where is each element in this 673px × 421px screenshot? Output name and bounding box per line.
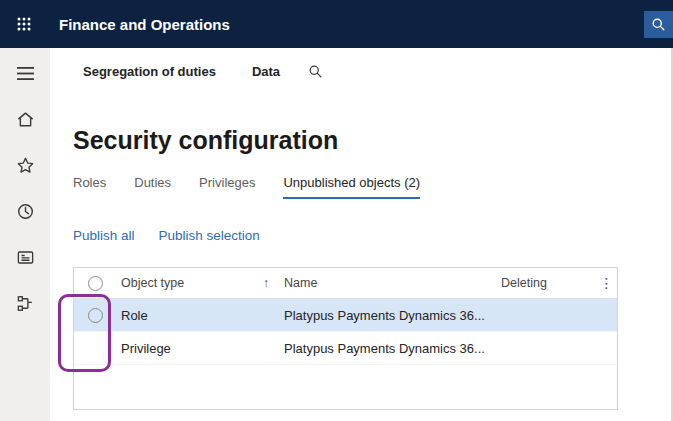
home-icon [16,110,35,129]
news-icon [16,248,35,267]
unpublished-objects-grid: Object type ↑ Name Deleting ⋮ [73,267,618,410]
column-label-object-type: Object type [121,276,184,290]
row-checkbox[interactable] [88,308,103,323]
grid-header-check-cell [74,276,116,291]
sort-ascending-icon: ↑ [263,276,269,290]
column-header-name[interactable]: Name [281,276,501,290]
action-bar: Publish all Publish selection [73,228,671,243]
search-icon [651,17,666,32]
publish-all-link[interactable]: Publish all [73,228,135,243]
tab-unpublished-objects[interactable]: Unpublished objects (2) [283,175,420,199]
nav-item-segregation-of-duties[interactable]: Segregation of duties [83,64,216,79]
cell-object-type: Privilege [116,341,281,356]
star-icon [16,156,35,175]
tab-roles[interactable]: Roles [73,175,106,199]
sidebar-item-favorites[interactable] [15,155,35,175]
cell-name: Platypus Payments Dynamics 36... [281,341,501,356]
column-label-deleting: Deleting [501,276,547,290]
tab-privileges[interactable]: Privileges [199,175,255,199]
column-label-name: Name [284,276,317,290]
hamburger-menu-button[interactable] [15,63,35,83]
cell-object-type: Role [116,308,281,323]
grid-header-more-cell: ⋮ [596,276,617,290]
clock-icon [16,202,35,221]
cell-name: Platypus Payments Dynamics 36... [281,308,501,323]
publish-selection-link[interactable]: Publish selection [159,228,260,243]
select-all-checkbox[interactable] [88,276,103,291]
nav-item-data[interactable]: Data [252,64,280,79]
app-title[interactable]: Finance and Operations [59,16,230,33]
table-row[interactable]: Privilege Platypus Payments Dynamics 36.… [74,332,617,365]
search-icon [308,64,323,79]
sidebar-item-modules[interactable] [15,293,35,313]
app-window: Finance and Operations [0,0,673,421]
page-title: Security configuration [73,126,671,155]
column-header-object-type[interactable]: Object type ↑ [116,276,281,290]
column-header-deleting[interactable]: Deleting [501,276,596,290]
sitemap-icon [16,294,35,313]
page-body: Segregation of duties Data Security conf… [0,48,673,421]
nav-sidebar [0,48,50,421]
nav-search-button[interactable] [308,64,323,79]
grid-header-row: Object type ↑ Name Deleting ⋮ [74,268,617,299]
main-area: Segregation of duties Data Security conf… [50,48,673,421]
tab-bar: Roles Duties Privileges Unpublished obje… [73,175,671,199]
app-launcher-button[interactable] [17,17,31,31]
page-content: Security configuration Roles Duties Priv… [50,126,671,410]
top-app-bar: Finance and Operations [0,0,673,48]
row-check-cell [74,308,116,323]
topbar-search-button[interactable] [644,11,673,38]
grid-options-button[interactable]: ⋮ [600,276,614,290]
hamburger-menu-icon [17,67,34,80]
waffle-icon [17,17,31,31]
sidebar-item-news[interactable] [15,247,35,267]
table-row[interactable]: Role Platypus Payments Dynamics 36... [74,299,617,332]
tab-duties[interactable]: Duties [134,175,171,199]
sidebar-item-recent[interactable] [15,201,35,221]
sidebar-item-home[interactable] [15,109,35,129]
module-nav-bar: Segregation of duties Data [50,48,671,94]
